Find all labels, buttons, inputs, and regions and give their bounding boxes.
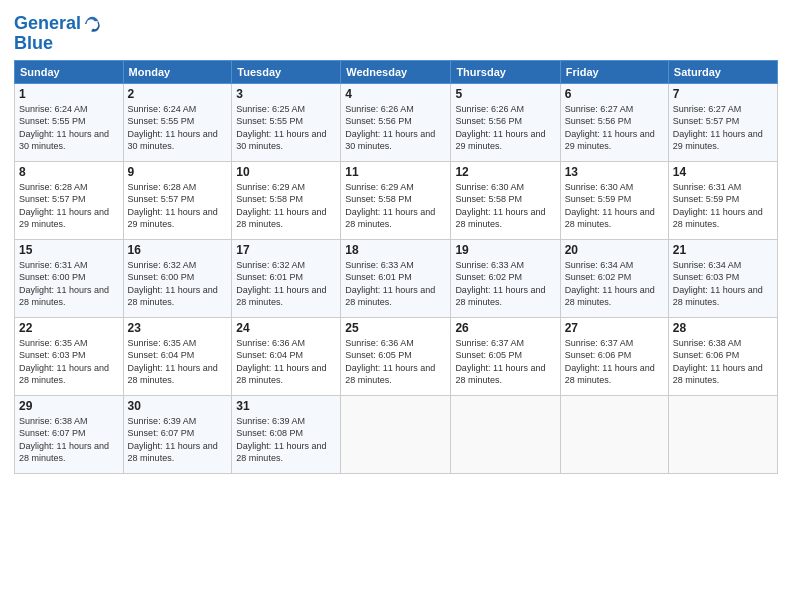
day-number: 1 <box>19 87 119 101</box>
table-row: 28Sunrise: 6:38 AMSunset: 6:06 PMDayligh… <box>668 317 777 395</box>
day-info: Sunrise: 6:27 AMSunset: 5:57 PMDaylight:… <box>673 103 773 153</box>
table-row: 18Sunrise: 6:33 AMSunset: 6:01 PMDayligh… <box>341 239 451 317</box>
col-tuesday: Tuesday <box>232 60 341 83</box>
table-row: 17Sunrise: 6:32 AMSunset: 6:01 PMDayligh… <box>232 239 341 317</box>
calendar-week-5: 29Sunrise: 6:38 AMSunset: 6:07 PMDayligh… <box>15 395 778 473</box>
logo: General Blue <box>14 14 101 54</box>
table-row: 20Sunrise: 6:34 AMSunset: 6:02 PMDayligh… <box>560 239 668 317</box>
table-row: 13Sunrise: 6:30 AMSunset: 5:59 PMDayligh… <box>560 161 668 239</box>
table-row: 9Sunrise: 6:28 AMSunset: 5:57 PMDaylight… <box>123 161 232 239</box>
day-number: 8 <box>19 165 119 179</box>
day-info: Sunrise: 6:24 AMSunset: 5:55 PMDaylight:… <box>128 103 228 153</box>
day-number: 30 <box>128 399 228 413</box>
day-info: Sunrise: 6:27 AMSunset: 5:56 PMDaylight:… <box>565 103 664 153</box>
day-info: Sunrise: 6:30 AMSunset: 5:58 PMDaylight:… <box>455 181 555 231</box>
table-row: 5Sunrise: 6:26 AMSunset: 5:56 PMDaylight… <box>451 83 560 161</box>
day-number: 29 <box>19 399 119 413</box>
day-number: 2 <box>128 87 228 101</box>
day-number: 7 <box>673 87 773 101</box>
logo-icon <box>83 15 101 33</box>
day-number: 15 <box>19 243 119 257</box>
day-number: 18 <box>345 243 446 257</box>
day-number: 16 <box>128 243 228 257</box>
day-number: 19 <box>455 243 555 257</box>
col-friday: Friday <box>560 60 668 83</box>
day-info: Sunrise: 6:39 AMSunset: 6:08 PMDaylight:… <box>236 415 336 465</box>
table-row <box>451 395 560 473</box>
day-number: 10 <box>236 165 336 179</box>
table-row: 30Sunrise: 6:39 AMSunset: 6:07 PMDayligh… <box>123 395 232 473</box>
table-row: 23Sunrise: 6:35 AMSunset: 6:04 PMDayligh… <box>123 317 232 395</box>
day-info: Sunrise: 6:38 AMSunset: 6:07 PMDaylight:… <box>19 415 119 465</box>
day-number: 22 <box>19 321 119 335</box>
header-row: Sunday Monday Tuesday Wednesday Thursday… <box>15 60 778 83</box>
table-row: 26Sunrise: 6:37 AMSunset: 6:05 PMDayligh… <box>451 317 560 395</box>
day-number: 13 <box>565 165 664 179</box>
day-info: Sunrise: 6:33 AMSunset: 6:01 PMDaylight:… <box>345 259 446 309</box>
table-row: 6Sunrise: 6:27 AMSunset: 5:56 PMDaylight… <box>560 83 668 161</box>
table-row: 24Sunrise: 6:36 AMSunset: 6:04 PMDayligh… <box>232 317 341 395</box>
table-row: 19Sunrise: 6:33 AMSunset: 6:02 PMDayligh… <box>451 239 560 317</box>
day-info: Sunrise: 6:28 AMSunset: 5:57 PMDaylight:… <box>128 181 228 231</box>
day-info: Sunrise: 6:31 AMSunset: 6:00 PMDaylight:… <box>19 259 119 309</box>
table-row: 3Sunrise: 6:25 AMSunset: 5:55 PMDaylight… <box>232 83 341 161</box>
day-info: Sunrise: 6:24 AMSunset: 5:55 PMDaylight:… <box>19 103 119 153</box>
col-sunday: Sunday <box>15 60 124 83</box>
header: General Blue <box>14 10 778 54</box>
day-number: 31 <box>236 399 336 413</box>
table-row: 14Sunrise: 6:31 AMSunset: 5:59 PMDayligh… <box>668 161 777 239</box>
calendar-week-3: 15Sunrise: 6:31 AMSunset: 6:00 PMDayligh… <box>15 239 778 317</box>
table-row: 22Sunrise: 6:35 AMSunset: 6:03 PMDayligh… <box>15 317 124 395</box>
day-info: Sunrise: 6:34 AMSunset: 6:03 PMDaylight:… <box>673 259 773 309</box>
calendar-table: Sunday Monday Tuesday Wednesday Thursday… <box>14 60 778 474</box>
table-row: 21Sunrise: 6:34 AMSunset: 6:03 PMDayligh… <box>668 239 777 317</box>
day-info: Sunrise: 6:36 AMSunset: 6:05 PMDaylight:… <box>345 337 446 387</box>
day-info: Sunrise: 6:36 AMSunset: 6:04 PMDaylight:… <box>236 337 336 387</box>
day-info: Sunrise: 6:37 AMSunset: 6:05 PMDaylight:… <box>455 337 555 387</box>
day-info: Sunrise: 6:26 AMSunset: 5:56 PMDaylight:… <box>345 103 446 153</box>
day-number: 26 <box>455 321 555 335</box>
page: General Blue Sunday Monday <box>0 0 792 612</box>
day-info: Sunrise: 6:28 AMSunset: 5:57 PMDaylight:… <box>19 181 119 231</box>
table-row: 7Sunrise: 6:27 AMSunset: 5:57 PMDaylight… <box>668 83 777 161</box>
logo-text: General <box>14 14 81 34</box>
col-thursday: Thursday <box>451 60 560 83</box>
table-row: 4Sunrise: 6:26 AMSunset: 5:56 PMDaylight… <box>341 83 451 161</box>
col-wednesday: Wednesday <box>341 60 451 83</box>
calendar-week-2: 8Sunrise: 6:28 AMSunset: 5:57 PMDaylight… <box>15 161 778 239</box>
table-row: 10Sunrise: 6:29 AMSunset: 5:58 PMDayligh… <box>232 161 341 239</box>
day-info: Sunrise: 6:34 AMSunset: 6:02 PMDaylight:… <box>565 259 664 309</box>
day-number: 17 <box>236 243 336 257</box>
day-number: 23 <box>128 321 228 335</box>
day-number: 6 <box>565 87 664 101</box>
day-info: Sunrise: 6:30 AMSunset: 5:59 PMDaylight:… <box>565 181 664 231</box>
table-row <box>668 395 777 473</box>
day-info: Sunrise: 6:29 AMSunset: 5:58 PMDaylight:… <box>345 181 446 231</box>
calendar-week-4: 22Sunrise: 6:35 AMSunset: 6:03 PMDayligh… <box>15 317 778 395</box>
table-row: 27Sunrise: 6:37 AMSunset: 6:06 PMDayligh… <box>560 317 668 395</box>
table-row: 25Sunrise: 6:36 AMSunset: 6:05 PMDayligh… <box>341 317 451 395</box>
day-info: Sunrise: 6:29 AMSunset: 5:58 PMDaylight:… <box>236 181 336 231</box>
table-row <box>560 395 668 473</box>
day-number: 25 <box>345 321 446 335</box>
day-info: Sunrise: 6:37 AMSunset: 6:06 PMDaylight:… <box>565 337 664 387</box>
table-row: 15Sunrise: 6:31 AMSunset: 6:00 PMDayligh… <box>15 239 124 317</box>
day-info: Sunrise: 6:38 AMSunset: 6:06 PMDaylight:… <box>673 337 773 387</box>
day-number: 28 <box>673 321 773 335</box>
day-info: Sunrise: 6:31 AMSunset: 5:59 PMDaylight:… <box>673 181 773 231</box>
table-row: 2Sunrise: 6:24 AMSunset: 5:55 PMDaylight… <box>123 83 232 161</box>
day-number: 27 <box>565 321 664 335</box>
day-info: Sunrise: 6:35 AMSunset: 6:04 PMDaylight:… <box>128 337 228 387</box>
day-number: 11 <box>345 165 446 179</box>
day-info: Sunrise: 6:39 AMSunset: 6:07 PMDaylight:… <box>128 415 228 465</box>
table-row: 1Sunrise: 6:24 AMSunset: 5:55 PMDaylight… <box>15 83 124 161</box>
logo-line2: Blue <box>14 34 101 54</box>
calendar-week-1: 1Sunrise: 6:24 AMSunset: 5:55 PMDaylight… <box>15 83 778 161</box>
table-row: 12Sunrise: 6:30 AMSunset: 5:58 PMDayligh… <box>451 161 560 239</box>
day-number: 4 <box>345 87 446 101</box>
table-row: 29Sunrise: 6:38 AMSunset: 6:07 PMDayligh… <box>15 395 124 473</box>
table-row: 31Sunrise: 6:39 AMSunset: 6:08 PMDayligh… <box>232 395 341 473</box>
day-info: Sunrise: 6:33 AMSunset: 6:02 PMDaylight:… <box>455 259 555 309</box>
table-row: 16Sunrise: 6:32 AMSunset: 6:00 PMDayligh… <box>123 239 232 317</box>
day-info: Sunrise: 6:25 AMSunset: 5:55 PMDaylight:… <box>236 103 336 153</box>
